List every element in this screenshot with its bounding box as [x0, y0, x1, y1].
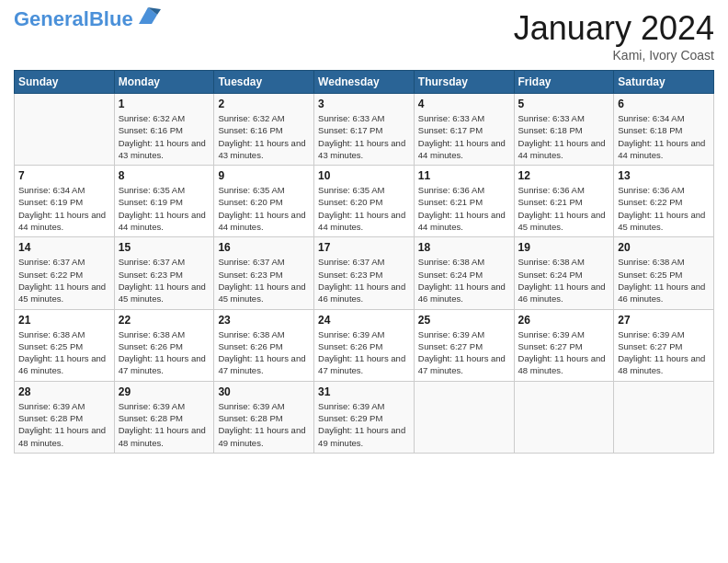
title-block: January 2024 Kami, Ivory Coast: [514, 9, 714, 63]
day-info: Sunrise: 6:36 AMSunset: 6:21 PMDaylight:…: [518, 184, 610, 233]
day-info: Sunrise: 6:35 AMSunset: 6:20 PMDaylight:…: [318, 184, 410, 233]
day-info: Sunrise: 6:39 AMSunset: 6:28 PMDaylight:…: [218, 400, 310, 449]
day-number: 30: [218, 385, 310, 398]
day-info: Sunrise: 6:38 AMSunset: 6:25 PMDaylight:…: [18, 328, 110, 377]
day-of-week-sunday: Sunday: [15, 71, 115, 94]
calendar-cell: 12Sunrise: 6:36 AMSunset: 6:21 PMDayligh…: [514, 166, 614, 237]
day-number: 19: [518, 241, 610, 254]
calendar-cell: 2Sunrise: 6:32 AMSunset: 6:16 PMDaylight…: [214, 94, 314, 166]
day-number: 11: [418, 169, 510, 182]
calendar-cell: [614, 381, 714, 453]
calendar-week-1: 1Sunrise: 6:32 AMSunset: 6:16 PMDaylight…: [15, 94, 714, 166]
calendar-body: 1Sunrise: 6:32 AMSunset: 6:16 PMDaylight…: [15, 94, 714, 454]
day-info: Sunrise: 6:34 AMSunset: 6:19 PMDaylight:…: [18, 184, 110, 233]
calendar-cell: 5Sunrise: 6:33 AMSunset: 6:18 PMDaylight…: [514, 94, 614, 166]
day-number: 18: [418, 241, 510, 254]
day-number: 24: [318, 314, 410, 327]
logo-general: General: [14, 7, 89, 30]
calendar-header: SundayMondayTuesdayWednesdayThursdayFrid…: [15, 71, 714, 94]
day-info: Sunrise: 6:35 AMSunset: 6:20 PMDaylight:…: [218, 184, 310, 233]
day-info: Sunrise: 6:39 AMSunset: 6:27 PMDaylight:…: [418, 328, 510, 377]
logo-text: GeneralBlue: [14, 9, 133, 29]
calendar-week-3: 14Sunrise: 6:37 AMSunset: 6:22 PMDayligh…: [15, 237, 714, 309]
day-info: Sunrise: 6:38 AMSunset: 6:24 PMDaylight:…: [418, 256, 510, 304]
header-row: SundayMondayTuesdayWednesdayThursdayFrid…: [15, 71, 714, 94]
day-info: Sunrise: 6:37 AMSunset: 6:22 PMDaylight:…: [18, 256, 110, 304]
calendar-cell: 31Sunrise: 6:39 AMSunset: 6:29 PMDayligh…: [314, 381, 415, 453]
calendar-cell: 28Sunrise: 6:39 AMSunset: 6:28 PMDayligh…: [15, 381, 115, 453]
calendar-cell: 4Sunrise: 6:33 AMSunset: 6:17 PMDaylight…: [414, 94, 514, 166]
day-number: 12: [518, 169, 610, 182]
day-number: 29: [119, 385, 210, 398]
day-number: 5: [518, 98, 610, 110]
day-number: 17: [318, 241, 410, 254]
day-info: Sunrise: 6:36 AMSunset: 6:22 PMDaylight:…: [618, 184, 710, 233]
calendar-cell: 16Sunrise: 6:37 AMSunset: 6:23 PMDayligh…: [214, 237, 314, 309]
day-number: 27: [618, 314, 710, 327]
day-info: Sunrise: 6:39 AMSunset: 6:28 PMDaylight:…: [119, 400, 210, 449]
calendar-cell: 14Sunrise: 6:37 AMSunset: 6:22 PMDayligh…: [15, 237, 115, 309]
day-number: 16: [218, 241, 310, 254]
calendar-week-2: 7Sunrise: 6:34 AMSunset: 6:19 PMDaylight…: [15, 166, 714, 237]
day-of-week-friday: Friday: [514, 71, 614, 94]
calendar-cell: 24Sunrise: 6:39 AMSunset: 6:26 PMDayligh…: [314, 309, 415, 381]
day-of-week-monday: Monday: [114, 71, 214, 94]
day-info: Sunrise: 6:39 AMSunset: 6:27 PMDaylight:…: [518, 328, 610, 377]
day-number: 15: [119, 241, 210, 254]
calendar-cell: 20Sunrise: 6:38 AMSunset: 6:25 PMDayligh…: [614, 237, 714, 309]
logo: GeneralBlue: [14, 9, 161, 29]
day-info: Sunrise: 6:39 AMSunset: 6:26 PMDaylight:…: [318, 328, 410, 377]
calendar-cell: 29Sunrise: 6:39 AMSunset: 6:28 PMDayligh…: [114, 381, 214, 453]
calendar-cell: 18Sunrise: 6:38 AMSunset: 6:24 PMDayligh…: [414, 237, 514, 309]
header: GeneralBlue January 2024 Kami, Ivory Coa…: [14, 9, 714, 63]
calendar-cell: 10Sunrise: 6:35 AMSunset: 6:20 PMDayligh…: [314, 166, 415, 237]
calendar-cell: 3Sunrise: 6:33 AMSunset: 6:17 PMDaylight…: [314, 94, 415, 166]
day-number: 6: [618, 98, 710, 110]
day-info: Sunrise: 6:33 AMSunset: 6:17 PMDaylight:…: [318, 112, 410, 161]
day-info: Sunrise: 6:33 AMSunset: 6:17 PMDaylight:…: [418, 112, 510, 161]
day-of-week-tuesday: Tuesday: [214, 71, 314, 94]
calendar-cell: 27Sunrise: 6:39 AMSunset: 6:27 PMDayligh…: [614, 309, 714, 381]
calendar-table: SundayMondayTuesdayWednesdayThursdayFrid…: [14, 70, 714, 454]
day-info: Sunrise: 6:38 AMSunset: 6:24 PMDaylight:…: [518, 256, 610, 304]
day-number: 14: [18, 241, 110, 254]
day-number: 8: [119, 169, 210, 182]
day-info: Sunrise: 6:34 AMSunset: 6:18 PMDaylight:…: [618, 112, 710, 161]
calendar-cell: [414, 381, 514, 453]
day-info: Sunrise: 6:39 AMSunset: 6:28 PMDaylight:…: [18, 400, 110, 449]
day-number: 4: [418, 98, 510, 110]
day-info: Sunrise: 6:36 AMSunset: 6:21 PMDaylight:…: [418, 184, 510, 233]
calendar-cell: 13Sunrise: 6:36 AMSunset: 6:22 PMDayligh…: [614, 166, 714, 237]
calendar-cell: 26Sunrise: 6:39 AMSunset: 6:27 PMDayligh…: [514, 309, 614, 381]
day-info: Sunrise: 6:37 AMSunset: 6:23 PMDaylight:…: [218, 256, 310, 304]
day-info: Sunrise: 6:38 AMSunset: 6:26 PMDaylight:…: [218, 328, 310, 377]
calendar-cell: 19Sunrise: 6:38 AMSunset: 6:24 PMDayligh…: [514, 237, 614, 309]
day-info: Sunrise: 6:32 AMSunset: 6:16 PMDaylight:…: [119, 112, 210, 161]
day-of-week-thursday: Thursday: [414, 71, 514, 94]
calendar-cell: 30Sunrise: 6:39 AMSunset: 6:28 PMDayligh…: [214, 381, 314, 453]
calendar-cell: 6Sunrise: 6:34 AMSunset: 6:18 PMDaylight…: [614, 94, 714, 166]
day-info: Sunrise: 6:37 AMSunset: 6:23 PMDaylight:…: [318, 256, 410, 304]
calendar-cell: 15Sunrise: 6:37 AMSunset: 6:23 PMDayligh…: [114, 237, 214, 309]
calendar-cell: 22Sunrise: 6:38 AMSunset: 6:26 PMDayligh…: [114, 309, 214, 381]
month-title: January 2024: [514, 9, 714, 48]
calendar-cell: 23Sunrise: 6:38 AMSunset: 6:26 PMDayligh…: [214, 309, 314, 381]
day-number: 26: [518, 314, 610, 327]
calendar-cell: 11Sunrise: 6:36 AMSunset: 6:21 PMDayligh…: [414, 166, 514, 237]
day-number: 1: [119, 98, 210, 110]
calendar-cell: 9Sunrise: 6:35 AMSunset: 6:20 PMDaylight…: [214, 166, 314, 237]
day-of-week-saturday: Saturday: [614, 71, 714, 94]
day-number: 10: [318, 169, 410, 182]
calendar-week-4: 21Sunrise: 6:38 AMSunset: 6:25 PMDayligh…: [15, 309, 714, 381]
subtitle: Kami, Ivory Coast: [514, 48, 714, 63]
day-number: 28: [18, 385, 110, 398]
day-info: Sunrise: 6:33 AMSunset: 6:18 PMDaylight:…: [518, 112, 610, 161]
logo-icon: [135, 6, 161, 26]
day-number: 23: [218, 314, 310, 327]
day-number: 13: [618, 169, 710, 182]
day-info: Sunrise: 6:38 AMSunset: 6:26 PMDaylight:…: [119, 328, 210, 377]
calendar-cell: 7Sunrise: 6:34 AMSunset: 6:19 PMDaylight…: [15, 166, 115, 237]
day-info: Sunrise: 6:39 AMSunset: 6:27 PMDaylight:…: [618, 328, 710, 377]
day-info: Sunrise: 6:39 AMSunset: 6:29 PMDaylight:…: [318, 400, 410, 449]
calendar-cell: 8Sunrise: 6:35 AMSunset: 6:19 PMDaylight…: [114, 166, 214, 237]
